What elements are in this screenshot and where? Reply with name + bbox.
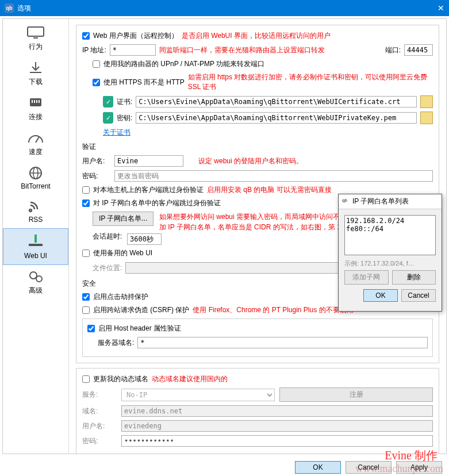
cert-label: 证书: [117,97,132,107]
timeout-input[interactable] [127,233,162,245]
close-icon[interactable]: ✕ [438,3,444,13]
gauge-icon [26,131,45,145]
dialog-title: IP 子网白名单列表 [352,197,409,206]
svg-point-14 [36,276,42,282]
svg-rect-5 [36,100,37,103]
dialog-cancel-button[interactable]: Cancel [401,289,436,302]
dns-service-select: No-IP [121,389,275,401]
username-input[interactable] [114,155,183,167]
password-label: 密码: [82,171,111,181]
upnp-label: 使用我的路由器的 UPnP / NAT-PMP 功能来转发端口 [103,59,264,69]
ethernet-icon [26,96,45,110]
timeout-label: 会话超时: [93,232,122,241]
enable-note: 是否启用 WebUI 界面，比较适用远程访问的用户 [182,31,331,41]
alt-webui-label: 使用备用的 Web UI [93,248,152,258]
svg-rect-6 [39,100,40,103]
ip-input[interactable] [110,44,156,56]
dyndns-checkbox[interactable] [82,375,90,383]
upnp-checkbox[interactable] [93,60,100,68]
ip-note: 同监听端口一样，需要在光猫和路由器上设置端口转发 [159,45,382,55]
app-icon: qb [5,3,14,13]
sidebar-label: 下载 [29,78,43,86]
sidebar-label: Web UI [24,252,47,260]
svg-point-13 [30,272,37,279]
sidebar-label: 连接 [29,113,43,121]
shield-icon: ✓ [103,96,113,108]
https-checkbox[interactable] [93,79,100,86]
dns-user-label: 用户名: [82,421,117,431]
sidebar-item-download[interactable]: 下载 [3,56,68,91]
dns-domain-input [121,405,433,417]
svg-rect-4 [34,100,35,103]
dyndns-note: 动态域名建议使用国内的 [152,374,228,384]
apply-button[interactable]: Apply [396,461,442,474]
sidebar-item-connection[interactable]: 连接 [3,91,68,126]
port-label: 端口: [385,45,401,55]
sidebar-item-advanced[interactable]: 高级 [3,265,68,300]
bypass-local-note: 启用用安装 qB 的电脑 可以无需密码直接 [207,185,332,195]
https-label: 使用 HTTPS 而不是 HTTP [103,78,185,87]
sidebar-label: RSS [29,216,43,224]
bypass-subnet-checkbox[interactable] [82,199,90,207]
cert-browse-button[interactable] [420,95,433,108]
server-domain-label: 服务器域名: [98,338,134,348]
titlebar: qb 选项 ✕ [0,0,449,16]
svg-rect-1 [33,37,38,39]
dns-register-button: 注册 [279,387,433,402]
sidebar-item-webui[interactable]: Web UI [3,228,68,265]
key-label: 密钥: [117,113,132,123]
about-cert-link[interactable]: 关于证书 [103,128,131,137]
shield-icon: ✓ [103,112,113,124]
file-loc-label: 文件位置: [93,263,122,273]
sidebar-item-behavior[interactable]: 行为 [3,21,68,56]
svg-rect-0 [28,27,44,36]
sidebar-item-rss[interactable]: RSS [3,195,68,228]
sidebar-item-speed[interactable]: 速度 [3,126,68,162]
alt-webui-checkbox[interactable] [82,249,90,257]
dns-pass-label: 密码: [82,436,117,446]
dialog-footer: OK Cancel Apply [295,461,442,474]
bypass-local-label: 对本地主机上的客户端跳过身份验证 [93,185,204,195]
subnet-whitelist-button[interactable]: IP 子网白名单... [93,212,153,226]
ok-button[interactable]: OK [295,461,341,474]
clickjack-label: 启用点击劫持保护 [93,292,148,302]
sidebar: 行为 下载 连接 速度 BitTorrent RSS Web UI 高级 [3,19,69,454]
port-input[interactable] [404,44,433,56]
key-browse-button[interactable] [420,112,433,124]
username-note: 设定 webui 的登陆用户名和密码。 [198,156,303,166]
gears-icon [26,270,45,283]
app-icon: qb [342,198,350,206]
server-domain-input[interactable] [137,337,428,348]
svg-line-7 [36,137,39,143]
csrf-label: 启用跨站请求伪造 (CSRF) 保护 [93,305,189,315]
ip-label: IP 地址: [82,45,106,55]
window-title: 选项 [17,3,438,13]
download-icon [26,61,45,75]
auth-section-title: 验证 [82,142,433,152]
key-input[interactable] [136,112,417,124]
delete-subnet-button[interactable]: 删除 [392,270,436,285]
dyndns-label: 更新我的动态域名 [93,374,148,384]
subnet-textarea[interactable] [344,215,436,255]
sidebar-item-bittorrent[interactable]: BitTorrent [3,162,68,195]
host-header-checkbox[interactable] [87,325,95,332]
dns-user-input [121,420,433,432]
csrf-checkbox[interactable] [82,306,90,314]
csrf-note: 使用 Firefox、Chrome 的 PT Plugin Plus 的不要启用 [193,305,353,315]
add-subnet-button: 添加子网 [344,270,389,285]
host-header-label: 启用 Host header 属性验证 [98,324,181,333]
dialog-ok-button[interactable]: OK [363,289,398,302]
sidebar-label: 速度 [29,148,43,156]
clickjack-checkbox[interactable] [82,293,90,301]
svg-rect-11 [34,235,37,243]
enable-webui-checkbox[interactable] [82,32,90,40]
subnet-example: 示例: 172.17.32.0/24, f… [344,259,436,268]
monitor-icon [26,26,45,40]
password-input[interactable] [114,170,433,182]
bypass-local-checkbox[interactable] [82,186,90,194]
sidebar-label: BitTorrent [21,182,50,190]
cert-input[interactable] [136,96,417,108]
dns-domain-label: 域名: [82,406,117,416]
svg-rect-3 [32,100,33,103]
cancel-button[interactable]: Cancel [346,461,392,474]
